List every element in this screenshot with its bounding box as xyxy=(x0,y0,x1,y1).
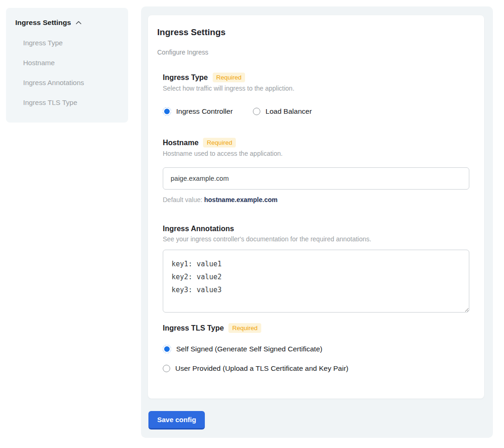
save-config-button[interactable]: Save config xyxy=(148,411,205,430)
form-sections: Ingress Type Required Select how traffic… xyxy=(163,73,469,373)
sidebar-group-ingress-settings[interactable]: Ingress Settings xyxy=(15,18,119,27)
radio-unselected-icon[interactable] xyxy=(253,108,260,115)
ingress-annotations-label: Ingress Annotations xyxy=(163,225,234,233)
hostname-help: Hostname used to access the application. xyxy=(163,150,469,157)
chevron-up-icon xyxy=(75,19,82,26)
hostname-label: Hostname xyxy=(163,139,198,147)
radio-selected-icon[interactable] xyxy=(163,345,171,353)
settings-sidebar: Ingress Settings Ingress Type Hostname I… xyxy=(6,8,128,123)
section-ingress-annotations: Ingress Annotations See your ingress con… xyxy=(163,225,469,314)
section-hostname: Hostname Required Hostname used to acces… xyxy=(163,138,469,203)
required-badge: Required xyxy=(203,138,236,147)
ingress-annotations-textarea[interactable]: key1: value1 key2: value2 key3: value3 xyxy=(163,250,469,313)
radio-load-balancer-label: Load Balancer xyxy=(265,107,312,116)
ingress-settings-card: Ingress Settings Configure Ingress Ingre… xyxy=(148,15,484,399)
default-value-text: hostname.example.com xyxy=(204,196,278,203)
sidebar-item-hostname[interactable]: Hostname xyxy=(23,59,119,67)
ingress-tls-type-label: Ingress TLS Type xyxy=(163,324,224,332)
radio-unselected-icon[interactable] xyxy=(163,365,170,372)
required-badge: Required xyxy=(228,323,261,333)
radio-load-balancer[interactable]: Load Balancer xyxy=(253,107,312,116)
sidebar-items: Ingress Type Hostname Ingress Annotation… xyxy=(23,39,119,106)
radio-user-provided[interactable]: User Provided (Upload a TLS Certificate … xyxy=(163,364,469,373)
page-title: Ingress Settings xyxy=(157,27,475,37)
ingress-annotations-help: See your ingress controller's documentat… xyxy=(163,235,469,243)
radio-self-signed[interactable]: Self Signed (Generate Self Signed Certif… xyxy=(163,345,469,353)
ingress-type-radio-group: Ingress Controller Load Balancer xyxy=(163,107,469,116)
page-root: Ingress Settings Ingress Type Hostname I… xyxy=(0,0,504,448)
sidebar-item-ingress-tls-type[interactable]: Ingress TLS Type xyxy=(23,98,119,106)
sidebar-group-label: Ingress Settings xyxy=(15,18,71,27)
ingress-type-help: Select how traffic will ingress to the a… xyxy=(163,85,469,92)
page-subtitle: Configure Ingress xyxy=(157,49,475,56)
section-ingress-type: Ingress Type Required Select how traffic… xyxy=(163,73,469,116)
radio-user-provided-label: User Provided (Upload a TLS Certificate … xyxy=(175,364,348,373)
section-ingress-tls-type: Ingress TLS Type Required Self Signed (G… xyxy=(163,323,469,373)
hostname-default-line: Default value: hostname.example.com xyxy=(163,196,469,203)
tls-radio-group: Self Signed (Generate Self Signed Certif… xyxy=(163,345,469,373)
sidebar-item-ingress-annotations[interactable]: Ingress Annotations xyxy=(23,79,119,86)
ingress-type-label: Ingress Type xyxy=(163,74,208,82)
required-badge: Required xyxy=(213,73,246,82)
hostname-input[interactable] xyxy=(163,167,469,190)
radio-ingress-controller-label: Ingress Controller xyxy=(176,107,233,116)
radio-self-signed-label: Self Signed (Generate Self Signed Certif… xyxy=(176,345,322,353)
radio-selected-icon[interactable] xyxy=(163,107,171,116)
default-value-prefix: Default value: xyxy=(163,196,204,203)
main-panel: Ingress Settings Configure Ingress Ingre… xyxy=(141,6,493,438)
radio-ingress-controller[interactable]: Ingress Controller xyxy=(163,107,233,116)
sidebar-item-ingress-type[interactable]: Ingress Type xyxy=(23,39,119,47)
